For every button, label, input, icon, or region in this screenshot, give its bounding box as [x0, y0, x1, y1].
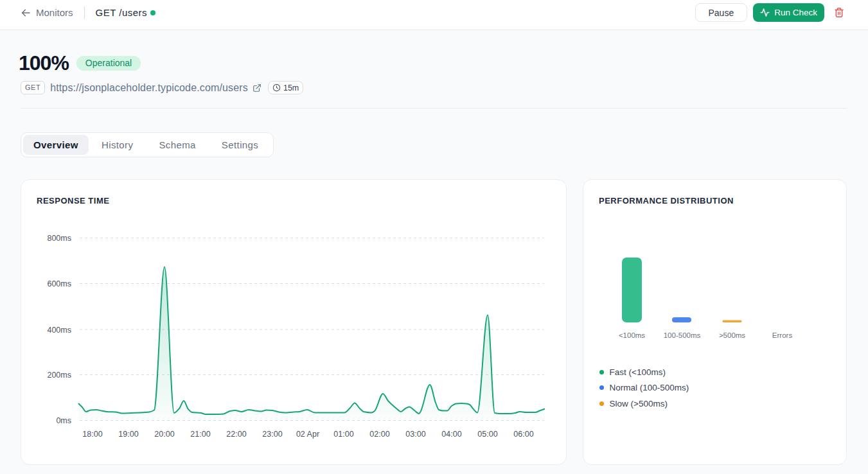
- svg-text:02 Apr: 02 Apr: [296, 430, 319, 439]
- svg-text:22:00: 22:00: [226, 430, 246, 439]
- svg-text:20:00: 20:00: [154, 430, 174, 439]
- svg-text:<100ms: <100ms: [619, 331, 645, 339]
- svg-text:03:00: 03:00: [405, 430, 425, 439]
- svg-text:Errors: Errors: [772, 331, 793, 339]
- svg-text:19:00: 19:00: [118, 430, 138, 439]
- svg-text:100-500ms: 100-500ms: [664, 331, 701, 339]
- svg-text:23:00: 23:00: [262, 430, 282, 439]
- svg-text:600ms: 600ms: [47, 279, 71, 288]
- svg-text:06:00: 06:00: [513, 430, 533, 439]
- svg-text:02:00: 02:00: [369, 430, 389, 439]
- svg-text:>500ms: >500ms: [719, 331, 745, 339]
- svg-text:21:00: 21:00: [190, 430, 210, 439]
- svg-text:0ms: 0ms: [56, 416, 71, 425]
- svg-text:05:00: 05:00: [477, 430, 497, 439]
- svg-text:200ms: 200ms: [47, 371, 71, 380]
- svg-text:400ms: 400ms: [47, 326, 71, 335]
- svg-text:04:00: 04:00: [441, 430, 461, 439]
- svg-text:18:00: 18:00: [82, 430, 102, 439]
- svg-text:01:00: 01:00: [333, 430, 353, 439]
- svg-text:800ms: 800ms: [47, 234, 71, 243]
